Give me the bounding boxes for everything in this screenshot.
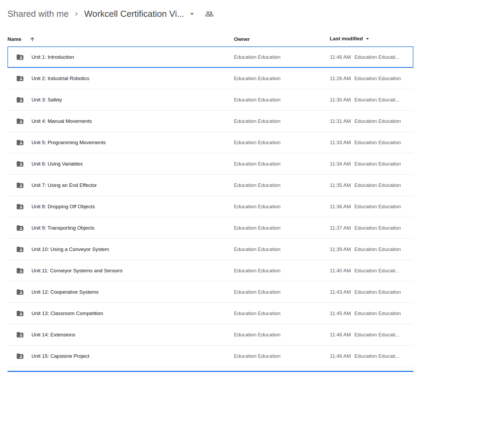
file-owner: Education Education	[234, 118, 280, 124]
modified-by: Education Educati...	[354, 54, 400, 60]
file-last-modified: 11:35 AM Education Education	[330, 182, 401, 188]
file-name: Unit 10: Using a Conveyor System	[32, 246, 109, 252]
file-last-modified: 11:40 AM Education Educati...	[330, 268, 400, 274]
file-owner: Education Education	[234, 246, 280, 252]
file-last-modified: 11:34 AM Education Education	[330, 161, 401, 167]
modified-by: Education Education	[354, 161, 401, 167]
file-name: Unit 9: Transporting Objects	[32, 225, 95, 231]
file-owner: Education Education	[234, 140, 280, 146]
file-last-modified: 11:45 AM Education Education	[330, 311, 401, 316]
file-name: Unit 6: Using Variables	[32, 161, 83, 167]
modified-by: Education Education	[354, 246, 401, 252]
modified-time: 11:37 AM	[330, 225, 351, 231]
shared-folder-icon	[16, 181, 24, 189]
table-row[interactable]: Unit 12: Cooperative Systems Education E…	[7, 281, 413, 303]
table-row[interactable]: Unit 15: Capstone Project Education Educ…	[7, 345, 413, 367]
table-row[interactable]: Unit 10: Using a Conveyor System Educati…	[7, 239, 413, 260]
breadcrumb-current-folder[interactable]: Workcell Certification Vi...	[84, 9, 196, 19]
file-last-modified: 11:37 AM Education Education	[330, 225, 401, 231]
file-owner: Education Education	[234, 161, 280, 167]
modified-by: Education Education	[354, 289, 401, 295]
file-last-modified: 11:46 AM Education Educati...	[330, 54, 400, 60]
column-header-name[interactable]: Name	[7, 36, 35, 42]
modified-by: Education Education	[354, 204, 401, 210]
table-row[interactable]: Unit 14: Extensions Education Education …	[7, 324, 413, 345]
modified-by: Education Educati...	[354, 97, 400, 103]
shared-folder-icon	[16, 331, 24, 339]
modified-time: 11:26 AM	[330, 76, 351, 81]
sort-ascending-icon	[29, 36, 35, 42]
table-row[interactable]: Unit 3: Safety Education Education 11:30…	[7, 89, 413, 111]
file-last-modified: 11:30 AM Education Educati...	[330, 97, 400, 103]
modified-time: 11:40 AM	[330, 268, 351, 274]
drive-shared-folder-page: Shared with me Workcell Certification Vi…	[0, 7, 501, 372]
modified-by: Education Education	[354, 182, 401, 188]
modified-time: 11:43 AM	[330, 289, 351, 295]
breadcrumb: Shared with me Workcell Certification Vi…	[7, 7, 501, 21]
table-row[interactable]: Unit 4: Manual Movements Education Educa…	[7, 111, 413, 132]
modified-by: Education Education	[354, 118, 401, 124]
table-row[interactable]: Unit 6: Using Variables Education Educat…	[7, 153, 413, 175]
table-row[interactable]: Unit 7: Using an End Effector Education …	[7, 175, 413, 196]
partial-selected-row	[7, 371, 413, 372]
file-owner: Education Education	[234, 353, 280, 359]
shared-folder-icon	[16, 224, 24, 232]
modified-by: Education Education	[354, 76, 401, 81]
file-name: Unit 4: Manual Movements	[32, 118, 92, 124]
file-last-modified: 11:43 AM Education Education	[330, 289, 401, 295]
table-row[interactable]: Unit 5: Programming Movements Education …	[7, 132, 413, 153]
modified-time: 11:34 AM	[330, 161, 351, 167]
modified-time: 11:33 AM	[330, 140, 351, 146]
shared-folder-icon	[16, 245, 24, 253]
modified-time: 11:36 AM	[330, 204, 351, 210]
file-name: Unit 15: Capstone Project	[32, 353, 89, 359]
table-row[interactable]: Unit 8: Dropping Off Objects Education E…	[7, 196, 413, 217]
file-last-modified: 11:39 AM Education Education	[330, 246, 401, 252]
modified-time: 11:46 AM	[330, 353, 351, 359]
file-name: Unit 12: Cooperative Systems	[32, 289, 99, 295]
breadcrumb-shared-with-me[interactable]: Shared with me	[7, 9, 69, 19]
file-name: Unit 8: Dropping Off Objects	[32, 204, 95, 210]
name-column-label: Name	[7, 36, 21, 42]
file-owner: Education Education	[234, 97, 280, 103]
file-name: Unit 11: Conveyor Systems and Sensors	[32, 268, 123, 274]
modified-by: Education Educati...	[354, 353, 400, 359]
shared-folder-icon	[16, 117, 24, 125]
table-row[interactable]: Unit 1: Introduction Education Education…	[7, 46, 413, 68]
modified-time: 11:46 AM	[330, 54, 351, 60]
current-folder-name: Workcell Certification Vi...	[84, 9, 184, 19]
file-name: Unit 13: Classroom Competition	[32, 311, 103, 316]
table-row[interactable]: Unit 11: Conveyor Systems and Sensors Ed…	[7, 260, 413, 281]
file-owner: Education Education	[234, 332, 280, 338]
shared-people-icon[interactable]	[205, 10, 214, 18]
table-row[interactable]: Unit 2: Industrial Robotics Education Ed…	[7, 68, 413, 89]
modified-time: 11:35 AM	[330, 182, 351, 188]
file-owner: Education Education	[234, 182, 280, 188]
shared-folder-icon	[16, 74, 24, 82]
shared-folder-icon	[16, 288, 24, 296]
file-owner: Education Education	[234, 54, 280, 60]
table-row[interactable]: Unit 13: Classroom Competition Education…	[7, 303, 413, 324]
shared-folder-icon	[16, 203, 24, 211]
shared-folder-icon	[16, 53, 24, 61]
file-owner: Education Education	[234, 76, 280, 81]
modified-by: Education Education	[354, 225, 401, 231]
table-row[interactable]: Unit 9: Transporting Objects Education E…	[7, 217, 413, 239]
file-last-modified: 11:46 AM Education Educati...	[330, 353, 400, 359]
file-owner: Education Education	[234, 311, 280, 316]
shared-folder-icon	[16, 309, 24, 317]
column-header-owner[interactable]: Owner	[234, 36, 250, 42]
modified-time: 11:30 AM	[330, 97, 351, 103]
file-rows: Unit 1: Introduction Education Education…	[7, 46, 413, 367]
folder-menu-caret-icon	[188, 10, 196, 18]
file-last-modified: 11:46 AM Education Educati...	[330, 332, 400, 338]
shared-folder-icon	[16, 139, 24, 147]
file-owner: Education Education	[234, 268, 280, 274]
modified-time: 11:45 AM	[330, 311, 351, 316]
file-last-modified: 11:31 AM Education Education	[330, 118, 401, 124]
table-header: Name Owner Last modified	[7, 32, 413, 46]
file-owner: Education Education	[234, 204, 280, 210]
column-header-last-modified[interactable]: Last modified	[330, 35, 371, 42]
modified-time: 11:46 AM	[330, 332, 351, 338]
shared-folder-icon	[16, 352, 24, 360]
